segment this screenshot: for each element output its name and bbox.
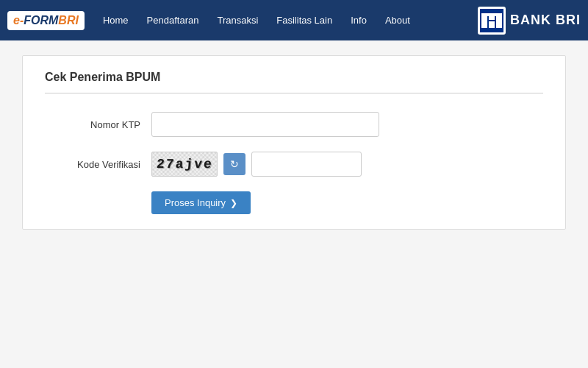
svg-rect-5 (481, 13, 502, 16)
proses-inquiry-label: Proses Inquiry (165, 197, 226, 208)
brand-e: e- (13, 14, 24, 27)
brand-logo[interactable]: e-FORMBRI (7, 11, 85, 30)
bank-bri-logo: BANK BRI (478, 7, 581, 35)
captcha-image: 27ajve (151, 152, 218, 177)
bank-bri-label: BANK BRI (510, 13, 581, 28)
nomor-ktp-input[interactable] (151, 112, 379, 137)
kode-verifikasi-group: Kode Verifikasi 27ajve ↻ (45, 152, 543, 177)
nav-info[interactable]: Info (343, 12, 374, 29)
navbar: e-FORMBRI Home Pendaftaran Transaksi Fas… (0, 0, 588, 40)
arrow-icon: ❯ (230, 198, 237, 208)
main-content: Cek Penerima BPUM Nomor KTP Kode Verifik… (22, 55, 566, 230)
captcha-section: 27ajve ↻ (151, 152, 362, 177)
kode-verifikasi-label: Kode Verifikasi (45, 159, 140, 170)
captcha-input[interactable] (251, 152, 362, 177)
captcha-text: 27ajve (156, 157, 214, 171)
nav-pendaftaran[interactable]: Pendaftaran (140, 12, 207, 29)
nav-fasilitas-lain[interactable]: Fasilitas Lain (269, 12, 340, 29)
proses-inquiry-button[interactable]: Proses Inquiry ❯ (151, 191, 251, 214)
brand-form: FORM (24, 14, 58, 27)
nav-about[interactable]: About (378, 12, 417, 29)
page-title: Cek Penerima BPUM (45, 71, 543, 93)
svg-rect-3 (489, 21, 495, 28)
nomor-ktp-group: Nomor KTP (45, 112, 543, 137)
captcha-refresh-button[interactable]: ↻ (223, 153, 245, 175)
nomor-ktp-label: Nomor KTP (45, 119, 140, 130)
brand-bri-text: BRI (58, 14, 79, 27)
bri-icon (478, 7, 506, 35)
nav-links: Home Pendaftaran Transaksi Fasilitas Lai… (96, 12, 478, 29)
bri-svg-icon (480, 9, 503, 32)
nav-home[interactable]: Home (96, 12, 136, 29)
nav-transaksi[interactable]: Transaksi (209, 12, 265, 29)
